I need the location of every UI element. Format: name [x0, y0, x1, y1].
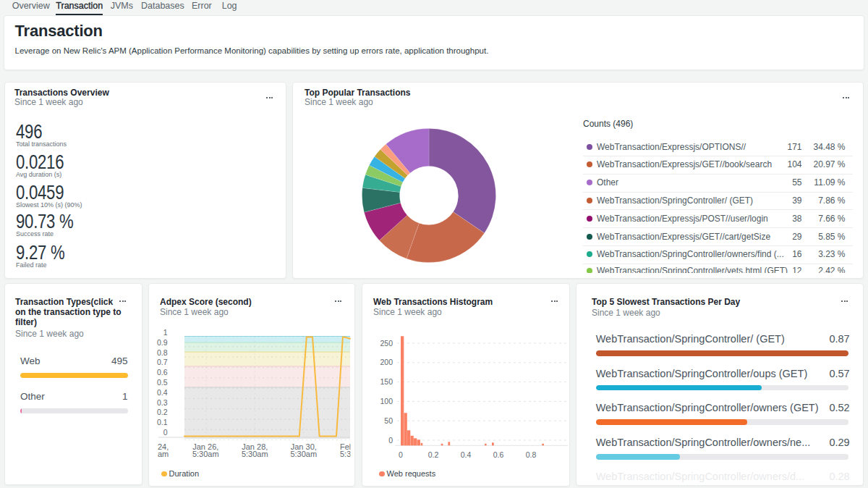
svg-text:50: 50: [384, 416, 393, 425]
svg-text:0: 0: [388, 436, 393, 445]
svg-text:am: am: [158, 450, 169, 458]
svg-text:0.5: 0.5: [157, 378, 168, 387]
svg-text:0.2: 0.2: [157, 408, 168, 416]
svg-text:0.7: 0.7: [157, 358, 168, 366]
svg-text:0.4: 0.4: [461, 450, 472, 459]
svg-text:1: 1: [163, 328, 168, 337]
svg-text:0.9: 0.9: [157, 338, 168, 347]
svg-text:0: 0: [163, 428, 168, 437]
svg-text:5:30am: 5:30am: [290, 450, 317, 458]
svg-text:0.8: 0.8: [526, 450, 537, 459]
svg-text:0.6: 0.6: [157, 368, 168, 376]
svg-text:200: 200: [380, 358, 393, 366]
svg-text:0.1: 0.1: [157, 418, 168, 426]
svg-text:0.4: 0.4: [157, 388, 168, 397]
svg-text:0.8: 0.8: [157, 348, 168, 357]
svg-text:250: 250: [380, 339, 393, 348]
svg-text:0: 0: [399, 450, 403, 459]
svg-text:100: 100: [380, 397, 393, 405]
svg-text:5:30am: 5:30am: [340, 450, 355, 458]
svg-text:5:30am: 5:30am: [192, 450, 219, 458]
svg-text:0.3: 0.3: [157, 398, 168, 407]
svg-text:150: 150: [380, 377, 393, 386]
svg-text:0.2: 0.2: [428, 450, 439, 459]
svg-text:0.6: 0.6: [493, 450, 504, 459]
svg-text:5:30am: 5:30am: [242, 450, 268, 458]
